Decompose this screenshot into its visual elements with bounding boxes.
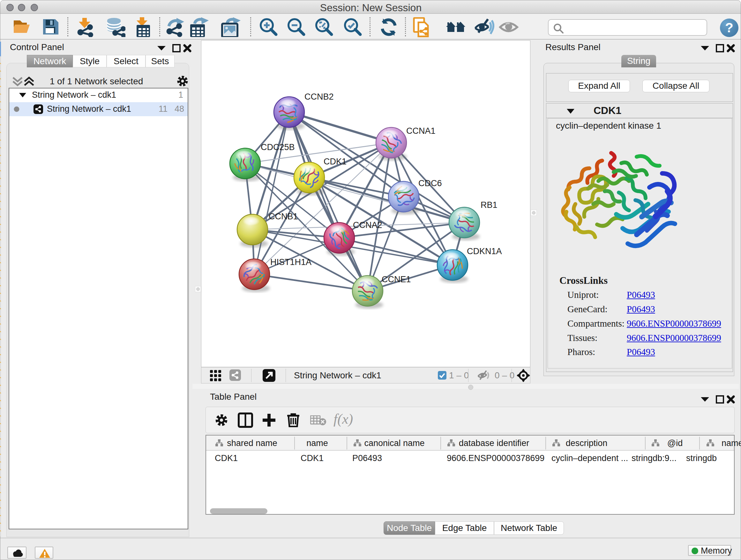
svg-text:CCNB2: CCNB2 — [305, 92, 334, 102]
svg-text:CCNA1: CCNA1 — [406, 126, 435, 136]
svg-text:CDKN1A: CDKN1A — [467, 246, 502, 256]
svg-text:CDC6: CDC6 — [418, 179, 442, 188]
svg-text:HIST1H1A: HIST1H1A — [270, 257, 312, 267]
svg-text:CDC25B: CDC25B — [261, 142, 295, 152]
svg-text:CDK1: CDK1 — [324, 157, 347, 166]
svg-text:CCNA2: CCNA2 — [353, 220, 382, 230]
svg-text:CCNE1: CCNE1 — [382, 274, 411, 284]
svg-text:RB1: RB1 — [481, 200, 497, 210]
svg-text:CCNB1: CCNB1 — [269, 212, 298, 221]
